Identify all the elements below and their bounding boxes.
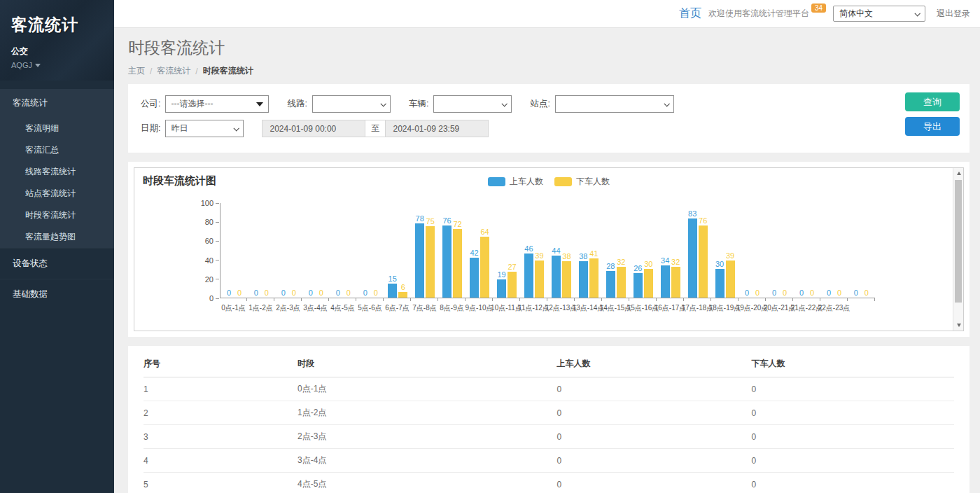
table-cell: 0 [557, 401, 752, 425]
bar-group: 00 [275, 203, 302, 298]
x-axis-tick [657, 298, 684, 301]
bar-value-label: 0 [227, 289, 231, 297]
page-head: 时段客流统计 主页 / 客流统计 / 时段客流统计 [114, 28, 980, 84]
bar-value-label: 6 [401, 283, 405, 291]
table-body: 10点-1点0021点-2点0032点-3点0043点-4点0054点-5点00… [144, 377, 954, 493]
x-axis-label: 22点-23点 [820, 303, 848, 313]
sidebar-subitem[interactable]: 时段客流统计 [0, 204, 114, 226]
table-cell: 0 [557, 473, 752, 493]
sidebar-item[interactable]: 基础数据 [0, 279, 114, 310]
x-axis-tick [329, 298, 356, 301]
date-end-input[interactable]: 2024-01-09 23:59 [385, 120, 489, 137]
data-table-card: 序号时段上车人数下车人数 10点-1点0021点-2点0032点-3点0043点… [128, 346, 969, 493]
table-cell: 0 [751, 473, 954, 493]
table-cell: 3 [144, 425, 298, 449]
table-row: 10点-1点00 [144, 377, 954, 401]
y-axis-tick: 40 [205, 256, 219, 265]
org-code-dropdown[interactable]: AQGJ [11, 61, 103, 69]
bar-value-label: 0 [799, 289, 804, 297]
x-axis-label: 6点-7点 [384, 303, 411, 313]
sidebar-item[interactable]: 设备状态 [0, 248, 114, 279]
bar-group: 00 [766, 203, 793, 298]
bar-value-label: 64 [480, 228, 489, 236]
scrollbar-up-icon[interactable] [953, 168, 964, 179]
x-axis-label: 9点-10点 [465, 303, 493, 313]
bar-value-label: 32 [617, 258, 625, 266]
sidebar-subitem[interactable]: 站点客流统计 [0, 183, 114, 204]
bar: 78 [415, 223, 424, 298]
bar-value-label: 0 [810, 289, 814, 297]
sidebar-subitem[interactable]: 客流汇总 [0, 139, 114, 161]
bar-value-label: 0 [837, 289, 841, 297]
bar-value-label: 30 [644, 260, 652, 268]
language-select[interactable]: 简体中文 [833, 6, 925, 22]
table-cell: 0 [557, 449, 752, 473]
query-button[interactable]: 查询 [905, 92, 960, 111]
triangle-down-icon [256, 102, 263, 106]
x-axis-tick [220, 298, 247, 301]
bar-value-label: 72 [453, 220, 461, 228]
bar: 39 [726, 261, 735, 298]
sidebar-subitem[interactable]: 线路客流统计 [0, 161, 114, 183]
bar-value-label: 15 [388, 275, 397, 283]
x-axis-label: 20点-21点 [766, 303, 793, 313]
bar-value-label: 76 [442, 216, 451, 225]
bar-value-label: 0 [265, 289, 269, 297]
chart-scrollbar[interactable] [953, 168, 963, 331]
x-axis-tick [520, 298, 547, 301]
date-range-group: 2024-01-09 00:00 至 2024-01-09 23:59 [262, 120, 489, 137]
line-select[interactable] [312, 95, 391, 113]
chart-bars: 0000000000001567875767242641927463944383… [220, 203, 875, 298]
bar: 26 [634, 273, 643, 298]
sidebar-other-items: 设备状态基础数据 [0, 248, 114, 310]
x-axis-tick [575, 298, 602, 301]
bar-group: 156 [384, 203, 412, 298]
date-start-input[interactable]: 2024-01-09 00:00 [262, 120, 365, 137]
legend-item[interactable]: 上车人数 [488, 176, 543, 188]
bar-value-label: 46 [524, 244, 533, 253]
logout-link[interactable]: 退出登录 [937, 8, 970, 20]
x-axis-label: 0点-1点 [220, 303, 247, 313]
table-cell: 1 [144, 377, 298, 401]
bar-value-label: 39 [726, 251, 734, 260]
home-link[interactable]: 首页 [679, 6, 701, 21]
export-button[interactable]: 导出 [905, 117, 960, 136]
breadcrumb-section[interactable]: 客流统计 [157, 65, 190, 77]
x-axis-tick [766, 298, 793, 301]
table-cell: 0 [751, 425, 954, 449]
sidebar-subitem[interactable]: 客流量趋势图 [0, 226, 114, 248]
bar: 19 [497, 279, 506, 298]
chevron-down-icon [664, 101, 669, 106]
bar-group: 00 [357, 203, 384, 298]
table-cell: 3点-4点 [298, 449, 557, 473]
table-cell: 4 [144, 449, 298, 473]
date-preset-select[interactable]: 昨日 [165, 120, 244, 137]
station-select[interactable] [555, 95, 674, 113]
breadcrumb-home[interactable]: 主页 [128, 65, 145, 77]
bar-group: 00 [220, 203, 248, 298]
x-axis-label: 7点-8点 [411, 303, 438, 313]
x-axis-label: 3点-4点 [302, 303, 329, 313]
sidebar-subitem[interactable]: 客流明细 [0, 118, 114, 139]
bar-group: 2630 [629, 203, 657, 298]
bar-value-label: 0 [281, 289, 286, 297]
table-cell: 5 [144, 473, 298, 493]
company-label: 公司: [141, 98, 160, 110]
scrollbar-down-icon[interactable] [953, 320, 964, 331]
bar-value-label: 0 [363, 289, 368, 297]
vehicle-select[interactable] [433, 95, 512, 113]
chart-x-labels: 0点-1点1点-2点2点-3点3点-4点4点-5点5点-6点6点-7点7点-8点… [220, 303, 875, 313]
legend-item[interactable]: 下车人数 [554, 176, 610, 188]
sidebar-item-passenger-stats[interactable]: 客流统计 [0, 89, 114, 118]
x-axis-tick [302, 298, 329, 301]
bar: 64 [480, 237, 489, 298]
scrollbar-thumb[interactable] [955, 180, 962, 303]
bar-group: 4639 [520, 203, 547, 298]
bar-value-label: 0 [864, 289, 869, 297]
chart-title: 时段车流统计图 [143, 174, 216, 188]
bar-group: 7672 [439, 203, 466, 298]
table-cell: 0 [557, 425, 752, 449]
bar-value-label: 42 [470, 249, 478, 257]
company-select[interactable]: ---请选择--- [165, 95, 269, 113]
x-axis-label: 10点-11点 [493, 303, 520, 313]
